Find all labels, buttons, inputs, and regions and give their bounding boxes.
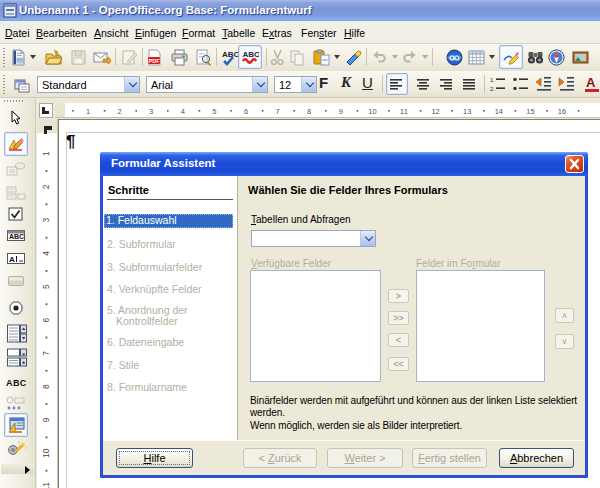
svg-text:4: 4 (41, 251, 51, 256)
svg-text:13: 13 (463, 107, 471, 116)
svg-text:9: 9 (41, 417, 51, 422)
svg-text:3: 3 (41, 217, 51, 222)
svg-text:1: 1 (41, 151, 51, 156)
svg-text:7: 7 (41, 351, 51, 356)
svg-text:ABC: ABC (9, 233, 24, 240)
svg-text:4: 4 (181, 107, 185, 116)
svg-text:1.: 1. (490, 77, 495, 83)
svg-text:8: 8 (307, 107, 311, 116)
svg-text:A: A (9, 255, 15, 264)
svg-text:PDF: PDF (149, 58, 161, 64)
svg-text:10: 10 (41, 448, 51, 458)
svg-text:9: 9 (339, 107, 343, 116)
svg-text:2: 2 (41, 184, 51, 189)
svg-text:3: 3 (149, 107, 153, 116)
svg-text:5: 5 (41, 284, 51, 289)
svg-text:11: 11 (41, 482, 51, 488)
svg-text:6: 6 (41, 317, 51, 322)
svg-text:6: 6 (244, 107, 248, 116)
svg-text:11: 11 (400, 107, 408, 116)
svg-text:14: 14 (495, 107, 503, 116)
svg-text:16: 16 (558, 107, 566, 116)
svg-text:10: 10 (368, 107, 376, 116)
svg-text:2: 2 (118, 107, 122, 116)
svg-text:8: 8 (41, 384, 51, 389)
svg-text:1: 1 (86, 107, 90, 116)
svg-text:ABC: ABC (222, 50, 239, 59)
svg-text:5: 5 (212, 107, 216, 116)
svg-text:12: 12 (431, 107, 439, 116)
svg-text:2.: 2. (490, 86, 495, 92)
svg-text:15: 15 (526, 107, 534, 116)
svg-text:7: 7 (276, 107, 280, 116)
svg-text:ABC: ABC (243, 50, 260, 59)
